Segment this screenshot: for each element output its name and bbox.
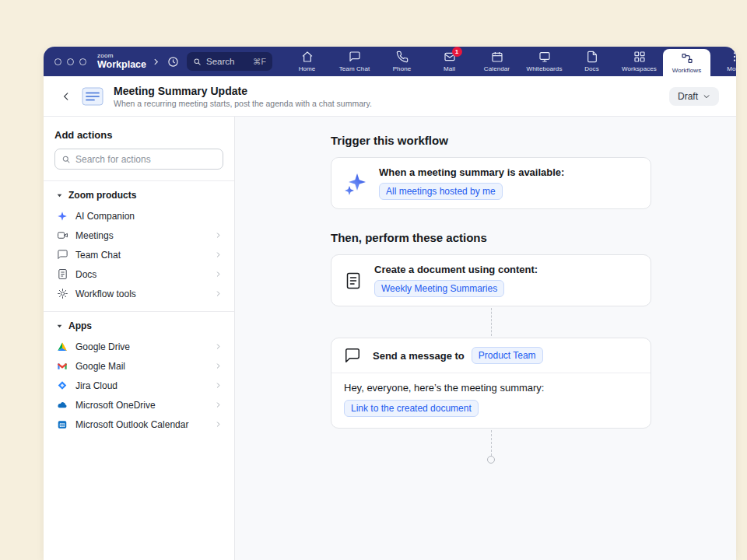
search-placeholder-text: Search bbox=[206, 57, 234, 66]
chevron-right-icon bbox=[215, 232, 222, 239]
create-document-text: Create a document using content: bbox=[374, 264, 538, 275]
more-icon bbox=[728, 51, 737, 63]
chevron-right-icon bbox=[215, 401, 222, 408]
caret-down-icon bbox=[56, 192, 63, 199]
search-input[interactable] bbox=[75, 154, 216, 165]
workflow-canvas: Trigger this workflow When a meeting sum… bbox=[235, 117, 736, 560]
workspaces-icon bbox=[633, 51, 646, 63]
section-zoom-products[interactable]: Zoom products bbox=[54, 181, 223, 206]
actions-search-field[interactable] bbox=[54, 149, 223, 170]
section-apps[interactable]: Apps bbox=[54, 312, 223, 337]
sidebar-item-workflow-tools[interactable]: Workflow tools bbox=[54, 284, 223, 303]
sidebar-item-team-chat[interactable]: Team Chat bbox=[54, 245, 223, 264]
workflows-icon bbox=[681, 52, 693, 65]
window-controls[interactable] bbox=[54, 58, 86, 65]
message-body-text: Hey, everyone, here’s the meeting summar… bbox=[344, 382, 638, 394]
docs-icon bbox=[56, 268, 68, 280]
nav-item-whiteboards[interactable]: Whiteboards bbox=[521, 47, 568, 76]
sidebar-item-google-mail[interactable]: Google Mail bbox=[54, 356, 223, 376]
top-nav-bar: zoom Workplace Search ⌘F bbox=[44, 47, 736, 76]
desktop-background: zoom Workplace Search ⌘F bbox=[0, 0, 747, 560]
whiteboards-icon bbox=[538, 51, 551, 63]
window-minimize-button[interactable] bbox=[67, 58, 74, 65]
search-icon bbox=[61, 155, 71, 164]
message-link-chip[interactable]: Link to the created document bbox=[344, 400, 479, 417]
brand-chevron-right-icon[interactable] bbox=[152, 58, 160, 66]
sidebar-item-jira-cloud[interactable]: Jira Cloud bbox=[54, 376, 223, 395]
team-chat-icon bbox=[56, 249, 68, 261]
send-message-card[interactable]: Send a message to Product Team Hey, ever… bbox=[331, 338, 651, 429]
chevron-right-icon bbox=[215, 271, 222, 278]
mail-icon: 1 bbox=[444, 51, 456, 63]
actions-heading: Then, perform these actions bbox=[331, 231, 651, 244]
sidebar-item-microsoft-onedrive[interactable]: Microsoft OneDrive bbox=[54, 395, 223, 415]
message-recipient-chip[interactable]: Product Team bbox=[472, 347, 543, 364]
nav-item-phone[interactable]: Phone bbox=[378, 47, 426, 76]
connector-dashed-line bbox=[491, 430, 492, 456]
connector-dashed-line bbox=[491, 308, 492, 336]
history-icon[interactable] bbox=[167, 56, 179, 68]
nav-item-more[interactable]: More bbox=[710, 47, 736, 76]
document-content-chip[interactable]: Weekly Meeting Summaries bbox=[374, 280, 504, 297]
chevron-right-icon bbox=[215, 251, 222, 258]
back-button[interactable] bbox=[61, 91, 72, 102]
window-close-button[interactable] bbox=[54, 58, 61, 65]
chevron-right-icon bbox=[215, 362, 222, 369]
workflow-title: Meeting Summary Update bbox=[114, 85, 372, 97]
trigger-heading: Trigger this workflow bbox=[331, 134, 651, 147]
sidebar-item-docs[interactable]: Docs bbox=[54, 264, 223, 284]
caret-down-icon bbox=[56, 323, 63, 330]
nav-item-home[interactable]: Home bbox=[283, 47, 331, 76]
sidebar-item-meetings[interactable]: Meetings bbox=[54, 226, 223, 245]
top-nav-tabs: Home Team Chat Phone bbox=[283, 47, 736, 76]
global-search-button[interactable]: Search ⌘F bbox=[187, 52, 272, 71]
sidebar-item-ai-companion[interactable]: AI Companion bbox=[54, 206, 223, 226]
search-icon bbox=[193, 58, 202, 66]
nav-item-team-chat[interactable]: Team Chat bbox=[331, 47, 378, 76]
brand-workplace-label: Workplace bbox=[97, 60, 146, 70]
jira-cloud-icon bbox=[56, 380, 68, 391]
chevron-down-icon bbox=[703, 93, 710, 100]
chat-bubble-icon bbox=[344, 347, 361, 364]
docs-icon bbox=[586, 51, 598, 63]
app-body: Add actions Zoom products bbox=[44, 117, 736, 560]
trigger-scope-chip[interactable]: All meetings hosted by me bbox=[379, 183, 503, 200]
actions-sidebar: Add actions Zoom products bbox=[44, 117, 235, 560]
sidebar-item-microsoft-outlook-calendar[interactable]: Microsoft Outlook Calendar bbox=[54, 415, 223, 434]
meetings-icon bbox=[56, 229, 68, 241]
nav-item-calendar[interactable]: Calendar bbox=[473, 47, 521, 76]
team-chat-icon bbox=[349, 51, 361, 63]
phone-icon bbox=[396, 51, 409, 63]
calendar-icon bbox=[491, 51, 503, 63]
nav-item-docs[interactable]: Docs bbox=[568, 47, 615, 76]
sidebar-heading: Add actions bbox=[54, 129, 223, 141]
chevron-right-icon bbox=[215, 343, 222, 350]
draft-status-dropdown[interactable]: Draft bbox=[669, 87, 719, 106]
chevron-right-icon bbox=[215, 290, 222, 297]
chevron-right-icon bbox=[215, 421, 222, 428]
workflow-end-node bbox=[487, 456, 495, 464]
ai-sparkle-icon bbox=[344, 172, 367, 195]
ai-companion-icon bbox=[56, 211, 68, 222]
google-mail-icon bbox=[56, 361, 68, 372]
mail-unread-badge: 1 bbox=[452, 47, 462, 57]
home-icon bbox=[301, 51, 314, 63]
zoom-workplace-window: zoom Workplace Search ⌘F bbox=[44, 47, 736, 560]
search-shortcut: ⌘F bbox=[253, 57, 266, 66]
nav-item-mail[interactable]: 1 Mail bbox=[426, 47, 473, 76]
nav-item-workflows[interactable]: Workflows bbox=[663, 49, 710, 76]
outlook-calendar-icon bbox=[56, 419, 68, 430]
status-badge: Draft bbox=[678, 91, 698, 102]
sidebar-item-google-drive[interactable]: Google Drive bbox=[54, 337, 223, 356]
workflow-header: Meeting Summary Update When a recurring … bbox=[44, 76, 736, 117]
chevron-right-icon bbox=[215, 382, 222, 389]
create-document-card[interactable]: Create a document using content: Weekly … bbox=[331, 254, 651, 306]
trigger-card[interactable]: When a meeting summary is available: All… bbox=[331, 157, 651, 209]
zoom-workplace-logo: zoom Workplace bbox=[97, 53, 146, 70]
meeting-summary-doc-icon bbox=[82, 87, 103, 106]
send-message-text: Send a message to bbox=[373, 350, 465, 362]
document-icon bbox=[344, 271, 363, 290]
window-zoom-button[interactable] bbox=[79, 58, 86, 65]
google-drive-icon bbox=[56, 341, 68, 352]
nav-item-workspaces[interactable]: Workspaces bbox=[615, 47, 663, 76]
